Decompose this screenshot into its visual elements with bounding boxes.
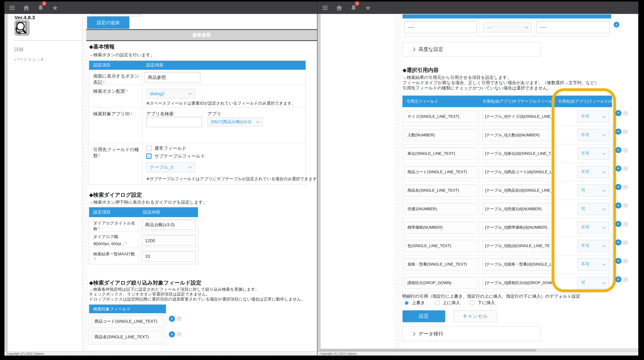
dialog-title-input[interactable]: 商品台帳(v3.0) xyxy=(142,219,196,230)
subtable-select[interactable]: テーブル_0 xyxy=(146,162,195,172)
favorites-star-icon[interactable]: ★ xyxy=(51,4,59,12)
add-row-button[interactable]: + xyxy=(615,239,622,246)
insert-mode-radio[interactable]: 上書き xyxy=(404,300,425,306)
remove-row-button[interactable]: − xyxy=(623,203,628,208)
add-row-button[interactable]: + xyxy=(615,165,622,172)
remove-row-button[interactable]: − xyxy=(176,316,182,321)
dest-field-box[interactable]: [テーブル_0]売価1(d)(NUMBER) xyxy=(482,203,555,215)
source-field-box[interactable]: 単位(SINGLE_LINE_TEXT) xyxy=(404,147,477,160)
blank-select[interactable]: ---- xyxy=(483,22,532,32)
source-field-box[interactable]: 規格・型番(SINGLE_LINE_TEXT) xyxy=(404,258,477,271)
app-select[interactable]: [9527]商品台帳(v3.0) xyxy=(208,117,263,126)
edit-permission-select[interactable]: 不可 xyxy=(578,240,609,252)
dest-field-box[interactable]: [テーブル_0]サイズ(d)(SINGLE_LINE_ xyxy=(482,110,555,123)
row-label: 画面に表示するボタン表記 xyxy=(93,73,139,85)
add-row-button[interactable]: + xyxy=(615,202,622,209)
add-row-button[interactable]: + xyxy=(615,276,622,282)
dest-field-box[interactable]: [テーブル_0]単位(d)(SINGLE_LINE_T xyxy=(482,147,555,160)
subtable-field-checkbox[interactable]: ✓ xyxy=(146,153,152,159)
max-rows-input[interactable]: 10 xyxy=(142,251,196,262)
blank-dest-input[interactable]: ----- xyxy=(536,21,610,33)
cutoff-input[interactable] xyxy=(91,14,142,16)
add-setting-tab[interactable]: 設定の追加 xyxy=(87,16,130,29)
remove-row-button[interactable]: − xyxy=(623,222,628,227)
submit-button[interactable]: 設定 xyxy=(402,310,445,322)
source-field-box[interactable]: 売価1(NUMBER) xyxy=(404,203,477,215)
add-row-button[interactable]: + xyxy=(614,22,619,27)
edit-permission-select[interactable]: 不可 xyxy=(578,129,609,141)
edit-permission-select[interactable]: 不可 xyxy=(578,147,609,160)
notification-bell-icon[interactable]: 1 xyxy=(350,4,357,12)
source-field-box[interactable]: 商品コード(SINGLE_LINE_TEXT) xyxy=(404,166,477,178)
remove-row-button[interactable]: − xyxy=(623,129,628,134)
required-marker: * xyxy=(103,80,105,85)
remove-row-button[interactable]: − xyxy=(623,166,628,171)
field-name: 商品コード(SINGLE_LINE_TEXT) xyxy=(94,319,157,324)
dest-field-box[interactable]: [テーブル_0]標準価格(d)(NUMBER) xyxy=(482,221,555,234)
col-header-edit: 引用先(自アプリ)フィールドの編集 xyxy=(556,96,612,107)
button-position-select[interactable]: dialog2 xyxy=(146,89,195,98)
edit-permission-select[interactable]: 不可 xyxy=(578,166,609,178)
add-row-button[interactable]: + xyxy=(615,258,622,264)
hamburger-menu-icon[interactable] xyxy=(8,4,16,12)
remove-row-button[interactable]: − xyxy=(176,332,182,337)
add-row-button[interactable]: + xyxy=(615,110,622,116)
required-marker: * xyxy=(126,89,128,94)
remove-row-button[interactable]: − xyxy=(623,148,628,153)
app-search-input[interactable] xyxy=(146,117,202,127)
insert-mode-radio[interactable]: 下に挿入 xyxy=(470,300,495,306)
notification-bell-icon[interactable]: 1 xyxy=(37,4,44,12)
source-field-box[interactable]: 色(SINGLE_LINE_TEXT) xyxy=(404,240,477,252)
dest-field-box[interactable]: [テーブル_0]色(d)(SINGLE_LINE_TE xyxy=(482,240,555,252)
scrollbar-thumb[interactable] xyxy=(318,349,536,351)
add-row-button[interactable]: + xyxy=(169,316,175,322)
dest-field-box[interactable]: [テーブル_0]課税区分(d)(DROP_DOW xyxy=(482,277,555,289)
insert-mode-radio[interactable]: 上に挿入 xyxy=(434,300,460,306)
remove-row-button[interactable]: − xyxy=(623,277,628,282)
add-row-button[interactable]: + xyxy=(615,184,622,190)
edit-permission-select[interactable]: 不可 xyxy=(578,258,609,271)
remove-row-button[interactable]: − xyxy=(623,185,628,190)
dest-field-box[interactable]: [テーブル_0]入数(d)(NUMBER) xyxy=(482,129,555,141)
source-field-box[interactable]: 課税区分(DROP_DOWN) xyxy=(404,277,477,289)
remove-row-button[interactable]: − xyxy=(623,240,628,245)
add-row-button[interactable]: + xyxy=(615,221,622,227)
edit-permission-select[interactable]: 可 xyxy=(578,277,609,289)
dest-field-box[interactable]: [テーブル_0]規格・型番(d)(SINGLE_L xyxy=(482,258,555,271)
source-field-box[interactable]: 商品名(SINGLE_LINE_TEXT) xyxy=(404,184,477,197)
blank-source-input[interactable]: ----- xyxy=(404,21,477,33)
chevron-right-icon xyxy=(411,332,415,336)
add-row-button[interactable]: + xyxy=(169,331,175,338)
add-row-button[interactable]: + xyxy=(615,128,622,135)
edit-permission-select[interactable]: 不可 xyxy=(578,110,609,123)
home-icon[interactable] xyxy=(336,4,343,12)
select-value: 可 xyxy=(581,280,586,286)
home-icon[interactable] xyxy=(22,4,30,12)
quote-desc-1: →検索結果の引用元から引用させる項目を設定します。 xyxy=(402,75,511,80)
cancel-button[interactable]: キャンセル xyxy=(454,310,497,322)
vertical-scrollbar[interactable] xyxy=(318,14,320,356)
edit-permission-select[interactable]: 可 xyxy=(578,184,609,197)
source-field-box[interactable]: 標準価格(NUMBER) xyxy=(404,221,477,234)
field-name: 規格・型番(SINGLE_LINE_TEXT) xyxy=(407,262,467,267)
source-field-box[interactable]: サイズ(SINGLE_LINE_TEXT) xyxy=(404,110,477,123)
dialog-width-input[interactable]: 1200 xyxy=(142,235,196,246)
normal-field-checkbox[interactable] xyxy=(146,146,152,151)
field-name: [テーブル_0]単位(d)(SINGLE_LINE_T xyxy=(485,151,551,156)
button-label-input[interactable]: 商品参照 xyxy=(144,72,200,83)
edit-permission-select[interactable]: 可 xyxy=(578,203,609,215)
add-row-button[interactable]: + xyxy=(615,147,622,153)
advanced-settings-toggle[interactable]: 高度な設定 xyxy=(402,42,541,57)
edit-permission-select[interactable]: 不可 xyxy=(578,221,609,234)
search-field-box[interactable]: 商品コード(SINGLE_LINE_TEXT) xyxy=(92,315,164,328)
dest-field-box[interactable]: [テーブル_0]商品コード(d)(SINGLE_L xyxy=(482,166,555,178)
search-field-box[interactable]: 商品名(SINGLE_LINE_TEXT) xyxy=(92,331,164,343)
remove-row-button[interactable]: − xyxy=(623,259,628,264)
setting-accordion-bar[interactable]: 顧客参照 xyxy=(86,29,317,41)
hamburger-menu-icon[interactable] xyxy=(321,4,328,12)
dest-field-box[interactable]: [テーブル_0]商品名(d)(SINGLE_LINE_ xyxy=(482,184,555,197)
favorites-star-icon[interactable]: ★ xyxy=(364,4,372,12)
source-field-box[interactable]: 入数(NUMBER) xyxy=(404,129,477,141)
remove-row-button[interactable]: − xyxy=(623,111,628,116)
data-migration-toggle[interactable]: データ移行 xyxy=(402,327,541,341)
